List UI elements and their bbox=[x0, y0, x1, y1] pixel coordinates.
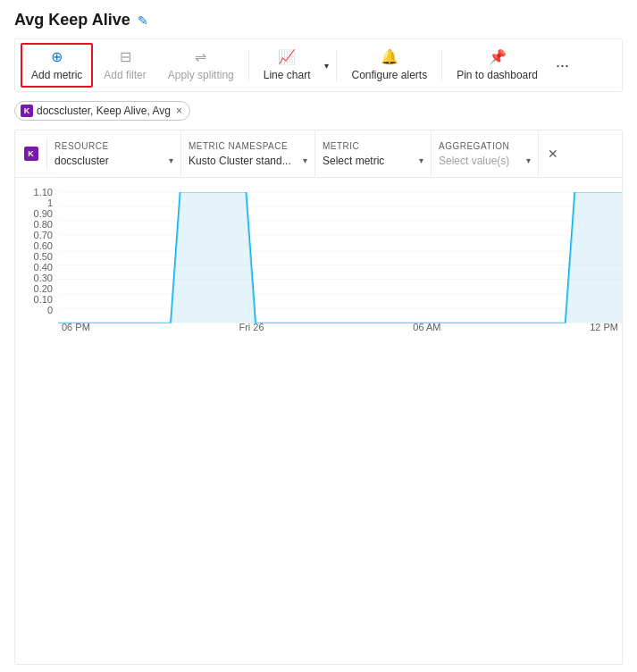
x-axis: 06 PM Fri 26 06 AM 12 PM bbox=[58, 317, 622, 337]
metric-tag: K docscluster, Keep Alive, Avg × bbox=[14, 101, 190, 121]
pin-icon: 📌 bbox=[489, 48, 507, 67]
configure-alerts-button[interactable]: 🔔 Configure alerts bbox=[340, 43, 438, 88]
line-chart-button[interactable]: 📈 Line chart bbox=[253, 43, 322, 88]
page-title: Avg Keep Alive bbox=[14, 11, 130, 29]
y-label-1: 1 bbox=[47, 197, 53, 208]
filter-close-button[interactable]: ✕ bbox=[539, 147, 567, 161]
add-metric-button[interactable]: ⊕ Add metric bbox=[21, 43, 93, 88]
filter-corner: K bbox=[15, 138, 47, 170]
edit-icon[interactable]: ✎ bbox=[138, 13, 148, 28]
resource-column: RESOURCE docscluster ▾ bbox=[47, 130, 181, 177]
y-label-050: 0.50 bbox=[34, 251, 53, 262]
y-label-030: 0.30 bbox=[34, 273, 53, 283]
metric-chevron: ▾ bbox=[419, 155, 423, 165]
y-axis: 1.10 1 0.90 0.80 0.70 0.60 0.50 0.40 0.3… bbox=[15, 178, 58, 337]
y-label-080: 0.80 bbox=[34, 219, 53, 230]
svg-marker-11 bbox=[58, 193, 622, 323]
resource-label: RESOURCE bbox=[54, 141, 173, 151]
tag-close-button[interactable]: × bbox=[176, 105, 182, 117]
namespace-label: METRIC NAMESPACE bbox=[189, 141, 307, 151]
aggregation-label: AGGREGATION bbox=[439, 141, 531, 151]
metric-column: METRIC Select metric ▾ Cache Utilization… bbox=[315, 130, 432, 177]
metric-label: METRIC bbox=[323, 141, 423, 151]
configure-alerts-icon: 🔔 bbox=[381, 48, 398, 67]
namespace-select[interactable]: Kusto Cluster stand... ▾ bbox=[189, 155, 307, 167]
x-label-06am: 06 AM bbox=[413, 322, 440, 332]
namespace-chevron: ▾ bbox=[303, 155, 307, 165]
y-label-040: 0.40 bbox=[34, 262, 53, 273]
x-label-06pm: 06 PM bbox=[62, 322, 90, 332]
y-label-090: 0.90 bbox=[34, 208, 53, 219]
tag-strip: K docscluster, Keep Alive, Avg × bbox=[14, 101, 623, 121]
filter-row: K RESOURCE docscluster ▾ METRIC NAMESPAC… bbox=[15, 130, 622, 178]
add-filter-icon: ⊟ bbox=[120, 48, 131, 67]
aggregation-column: AGGREGATION Select value(s) ▾ bbox=[432, 130, 539, 177]
pin-to-dashboard-button[interactable]: 📌 Pin to dashboard bbox=[446, 43, 549, 88]
aggregation-select[interactable]: Select value(s) ▾ bbox=[439, 155, 531, 167]
apply-splitting-icon: ⇌ bbox=[195, 48, 206, 67]
x-label-12pm: 12 PM bbox=[590, 322, 618, 332]
add-filter-button[interactable]: ⊟ Add filter bbox=[93, 43, 156, 88]
chart-body: 1.10 1 0.90 0.80 0.70 0.60 0.50 0.40 0.3… bbox=[15, 178, 622, 337]
chart-svg bbox=[58, 178, 622, 337]
more-options-button[interactable]: ··· bbox=[549, 53, 576, 79]
resource-chevron: ▾ bbox=[169, 155, 173, 165]
aggregation-chevron: ▾ bbox=[526, 155, 531, 165]
chart-plot: 06 PM Fri 26 06 AM 12 PM bbox=[58, 178, 622, 337]
toolbar-divider-1 bbox=[248, 49, 249, 81]
toolbar: ⊕ Add metric ⊟ Add filter ⇌ Apply splitt… bbox=[14, 38, 623, 92]
y-label-110: 1.10 bbox=[34, 187, 53, 197]
resource-select[interactable]: docscluster ▾ bbox=[54, 155, 173, 167]
y-label-0: 0 bbox=[47, 305, 53, 315]
line-chart-chevron[interactable]: ▾ bbox=[321, 57, 332, 74]
metric-select[interactable]: Select metric ▾ bbox=[323, 155, 423, 167]
toolbar-divider-2 bbox=[336, 49, 337, 81]
line-chart-group: 📈 Line chart ▾ bbox=[253, 43, 333, 88]
title-row: Avg Keep Alive ✎ bbox=[14, 11, 623, 29]
add-metric-icon: ⊕ bbox=[51, 48, 63, 67]
tag-icon: K bbox=[21, 105, 33, 117]
y-label-060: 0.60 bbox=[34, 240, 53, 251]
line-chart-icon: 📈 bbox=[278, 48, 296, 67]
chart-container: K RESOURCE docscluster ▾ METRIC NAMESPAC… bbox=[14, 130, 623, 665]
y-label-070: 0.70 bbox=[34, 230, 53, 240]
y-label-020: 0.20 bbox=[34, 283, 53, 294]
apply-splitting-button[interactable]: ⇌ Apply splitting bbox=[157, 43, 245, 88]
filter-corner-icon: K bbox=[24, 147, 38, 161]
toolbar-divider-3 bbox=[441, 49, 442, 81]
x-label-fri26: Fri 26 bbox=[239, 322, 264, 332]
namespace-column: METRIC NAMESPACE Kusto Cluster stand... … bbox=[181, 130, 315, 177]
y-label-010: 0.10 bbox=[34, 294, 53, 305]
